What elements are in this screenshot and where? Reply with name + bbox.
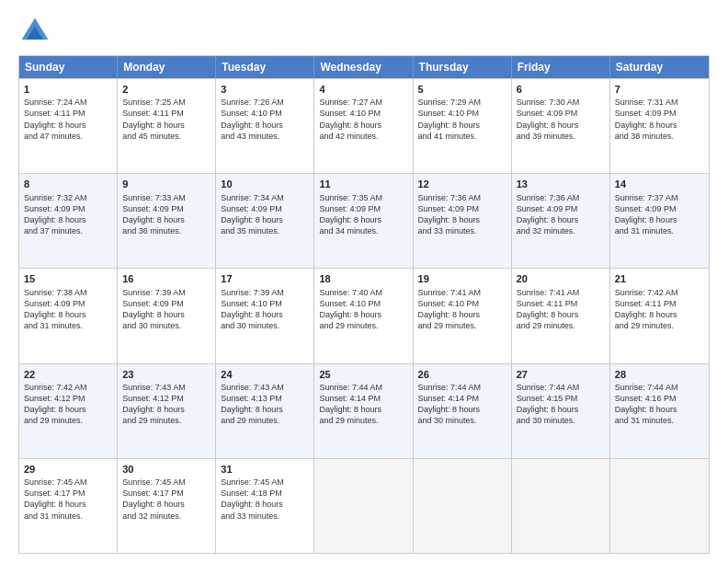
cell-info: Sunrise: 7:44 AMSunset: 4:14 PMDaylight:…	[319, 382, 407, 427]
day-number: 27	[517, 368, 605, 381]
logo-icon	[18, 15, 51, 48]
cal-cell-1-6: 14Sunrise: 7:37 AMSunset: 4:09 PMDayligh…	[610, 174, 709, 268]
cal-cell-2-2: 17Sunrise: 7:39 AMSunset: 4:10 PMDayligh…	[216, 269, 314, 362]
day-number: 2	[122, 83, 210, 96]
header-friday: Friday	[512, 56, 610, 78]
cell-info: Sunrise: 7:43 AMSunset: 4:12 PMDaylight:…	[122, 382, 210, 427]
cal-cell-2-5: 20Sunrise: 7:41 AMSunset: 4:11 PMDayligh…	[512, 269, 610, 362]
day-number: 5	[418, 83, 506, 96]
cell-info: Sunrise: 7:32 AMSunset: 4:09 PMDaylight:…	[24, 192, 112, 237]
cal-cell-3-6: 28Sunrise: 7:44 AMSunset: 4:16 PMDayligh…	[610, 364, 709, 458]
day-number: 15	[24, 272, 112, 285]
day-number: 4	[319, 83, 407, 96]
day-number: 29	[24, 463, 112, 476]
cell-info: Sunrise: 7:30 AMSunset: 4:09 PMDaylight:…	[517, 97, 605, 142]
day-number: 17	[221, 272, 309, 285]
cal-cell-3-3: 25Sunrise: 7:44 AMSunset: 4:14 PMDayligh…	[314, 364, 413, 458]
calendar-row-3: 22Sunrise: 7:42 AMSunset: 4:12 PMDayligh…	[19, 363, 709, 458]
cal-cell-2-1: 16Sunrise: 7:39 AMSunset: 4:09 PMDayligh…	[118, 269, 216, 362]
cal-cell-1-5: 13Sunrise: 7:36 AMSunset: 4:09 PMDayligh…	[512, 174, 610, 268]
day-number: 10	[221, 178, 309, 190]
calendar-row-2: 15Sunrise: 7:38 AMSunset: 4:09 PMDayligh…	[19, 268, 709, 362]
cell-info: Sunrise: 7:27 AMSunset: 4:10 PMDaylight:…	[319, 97, 407, 142]
day-number: 8	[24, 178, 112, 190]
cell-info: Sunrise: 7:35 AMSunset: 4:09 PMDaylight:…	[319, 192, 407, 237]
cal-cell-4-1: 30Sunrise: 7:45 AMSunset: 4:17 PMDayligh…	[118, 459, 216, 553]
day-number: 11	[319, 178, 407, 190]
header-thursday: Thursday	[414, 56, 512, 78]
calendar: SundayMondayTuesdayWednesdayThursdayFrid…	[18, 55, 710, 554]
cal-cell-1-1: 9Sunrise: 7:33 AMSunset: 4:09 PMDaylight…	[118, 174, 216, 268]
day-number: 28	[615, 368, 704, 381]
cal-cell-4-5	[512, 459, 610, 553]
cell-info: Sunrise: 7:33 AMSunset: 4:09 PMDaylight:…	[122, 192, 210, 237]
day-number: 21	[615, 272, 704, 285]
cal-cell-0-6: 7Sunrise: 7:31 AMSunset: 4:09 PMDaylight…	[610, 79, 709, 173]
cell-info: Sunrise: 7:41 AMSunset: 4:11 PMDaylight:…	[517, 287, 605, 332]
day-number: 31	[221, 463, 309, 476]
day-number: 20	[517, 272, 605, 285]
cell-info: Sunrise: 7:34 AMSunset: 4:09 PMDaylight:…	[221, 192, 309, 237]
page: SundayMondayTuesdayWednesdayThursdayFrid…	[0, 0, 728, 563]
day-number: 25	[319, 368, 407, 381]
day-number: 7	[615, 83, 704, 96]
cal-cell-4-6	[610, 459, 709, 553]
cal-cell-0-5: 6Sunrise: 7:30 AMSunset: 4:09 PMDaylight…	[512, 79, 610, 173]
header-wednesday: Wednesday	[314, 56, 413, 78]
cell-info: Sunrise: 7:44 AMSunset: 4:15 PMDaylight:…	[517, 382, 605, 427]
day-number: 24	[221, 368, 309, 381]
cal-cell-3-1: 23Sunrise: 7:43 AMSunset: 4:12 PMDayligh…	[118, 364, 216, 458]
header-saturday: Saturday	[610, 56, 709, 78]
day-number: 1	[24, 83, 112, 96]
header-tuesday: Tuesday	[216, 56, 314, 78]
calendar-body: 1Sunrise: 7:24 AMSunset: 4:11 PMDaylight…	[19, 78, 709, 553]
cell-info: Sunrise: 7:45 AMSunset: 4:18 PMDaylight:…	[221, 477, 309, 522]
calendar-row-4: 29Sunrise: 7:45 AMSunset: 4:17 PMDayligh…	[19, 458, 709, 553]
day-number: 22	[24, 368, 112, 381]
cell-info: Sunrise: 7:31 AMSunset: 4:09 PMDaylight:…	[615, 97, 704, 142]
cal-cell-0-2: 3Sunrise: 7:26 AMSunset: 4:10 PMDaylight…	[216, 79, 314, 173]
cell-info: Sunrise: 7:41 AMSunset: 4:10 PMDaylight:…	[418, 287, 506, 332]
day-number: 19	[418, 272, 506, 285]
cell-info: Sunrise: 7:37 AMSunset: 4:09 PMDaylight:…	[615, 192, 704, 237]
cell-info: Sunrise: 7:44 AMSunset: 4:16 PMDaylight:…	[615, 382, 704, 427]
day-number: 18	[319, 272, 407, 285]
calendar-header: SundayMondayTuesdayWednesdayThursdayFrid…	[19, 56, 709, 78]
day-number: 30	[122, 463, 210, 476]
cell-info: Sunrise: 7:40 AMSunset: 4:10 PMDaylight:…	[319, 287, 407, 332]
day-number: 12	[418, 178, 506, 190]
day-number: 13	[517, 178, 605, 190]
day-number: 16	[122, 272, 210, 285]
cal-cell-2-0: 15Sunrise: 7:38 AMSunset: 4:09 PMDayligh…	[19, 269, 118, 362]
cal-cell-4-2: 31Sunrise: 7:45 AMSunset: 4:18 PMDayligh…	[216, 459, 314, 553]
cell-info: Sunrise: 7:36 AMSunset: 4:09 PMDaylight:…	[418, 192, 506, 237]
cal-cell-0-4: 5Sunrise: 7:29 AMSunset: 4:10 PMDaylight…	[414, 79, 512, 173]
cal-cell-2-3: 18Sunrise: 7:40 AMSunset: 4:10 PMDayligh…	[314, 269, 413, 362]
cell-info: Sunrise: 7:26 AMSunset: 4:10 PMDaylight:…	[221, 97, 309, 142]
cell-info: Sunrise: 7:45 AMSunset: 4:17 PMDaylight:…	[122, 477, 210, 522]
cal-cell-3-4: 26Sunrise: 7:44 AMSunset: 4:14 PMDayligh…	[414, 364, 512, 458]
cal-cell-1-3: 11Sunrise: 7:35 AMSunset: 4:09 PMDayligh…	[314, 174, 413, 268]
cal-cell-3-2: 24Sunrise: 7:43 AMSunset: 4:13 PMDayligh…	[216, 364, 314, 458]
cal-cell-0-0: 1Sunrise: 7:24 AMSunset: 4:11 PMDaylight…	[19, 79, 118, 173]
cell-info: Sunrise: 7:42 AMSunset: 4:12 PMDaylight:…	[24, 382, 112, 427]
cal-cell-1-4: 12Sunrise: 7:36 AMSunset: 4:09 PMDayligh…	[414, 174, 512, 268]
cal-cell-1-2: 10Sunrise: 7:34 AMSunset: 4:09 PMDayligh…	[216, 174, 314, 268]
header-monday: Monday	[118, 56, 216, 78]
cal-cell-0-3: 4Sunrise: 7:27 AMSunset: 4:10 PMDaylight…	[314, 79, 413, 173]
cell-info: Sunrise: 7:45 AMSunset: 4:17 PMDaylight:…	[24, 477, 112, 522]
cal-cell-2-4: 19Sunrise: 7:41 AMSunset: 4:10 PMDayligh…	[414, 269, 512, 362]
cell-info: Sunrise: 7:42 AMSunset: 4:11 PMDaylight:…	[615, 287, 704, 332]
day-number: 23	[122, 368, 210, 381]
calendar-row-0: 1Sunrise: 7:24 AMSunset: 4:11 PMDaylight…	[19, 78, 709, 173]
cal-cell-0-1: 2Sunrise: 7:25 AMSunset: 4:11 PMDaylight…	[118, 79, 216, 173]
cell-info: Sunrise: 7:25 AMSunset: 4:11 PMDaylight:…	[122, 97, 210, 142]
cal-cell-3-5: 27Sunrise: 7:44 AMSunset: 4:15 PMDayligh…	[512, 364, 610, 458]
cal-cell-3-0: 22Sunrise: 7:42 AMSunset: 4:12 PMDayligh…	[19, 364, 118, 458]
cal-cell-4-0: 29Sunrise: 7:45 AMSunset: 4:17 PMDayligh…	[19, 459, 118, 553]
cell-info: Sunrise: 7:39 AMSunset: 4:10 PMDaylight:…	[221, 287, 309, 332]
cell-info: Sunrise: 7:24 AMSunset: 4:11 PMDaylight:…	[24, 97, 112, 142]
cal-cell-1-0: 8Sunrise: 7:32 AMSunset: 4:09 PMDaylight…	[19, 174, 118, 268]
logo	[18, 15, 55, 48]
cell-info: Sunrise: 7:29 AMSunset: 4:10 PMDaylight:…	[418, 97, 506, 142]
